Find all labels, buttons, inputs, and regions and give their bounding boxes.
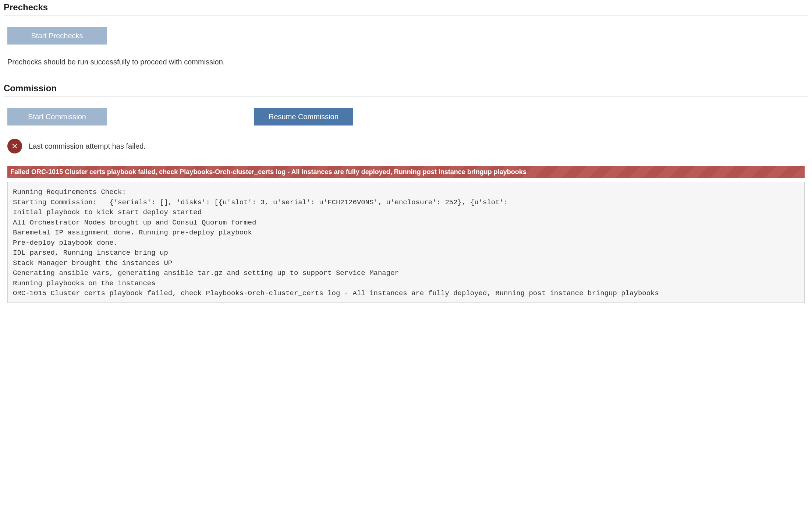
prechecks-info-text: Prechecks should be run successfully to … <box>7 58 805 66</box>
resume-commission-button[interactable]: Resume Commission <box>254 108 353 125</box>
commission-heading: Commission <box>4 81 808 97</box>
prechecks-heading: Prechecks <box>4 0 808 16</box>
commission-log-panel: Running Requirements Check: Starting Com… <box>7 182 805 303</box>
commission-log-content[interactable]: Running Requirements Check: Starting Com… <box>13 187 799 302</box>
error-icon <box>7 139 22 153</box>
commission-error-banner: Failed ORC-1015 Cluster certs playbook f… <box>7 166 805 178</box>
prechecks-body: Start Prechecks Prechecks should be run … <box>4 16 808 81</box>
commission-status-text: Last commission attempt has failed. <box>29 142 146 151</box>
commission-body: Start Commission Resume Commission Last … <box>4 97 808 318</box>
commission-status-row: Last commission attempt has failed. <box>7 139 805 153</box>
start-commission-button[interactable]: Start Commission <box>7 108 107 125</box>
commission-button-row: Start Commission Resume Commission <box>7 108 805 125</box>
start-prechecks-button[interactable]: Start Prechecks <box>7 27 107 45</box>
